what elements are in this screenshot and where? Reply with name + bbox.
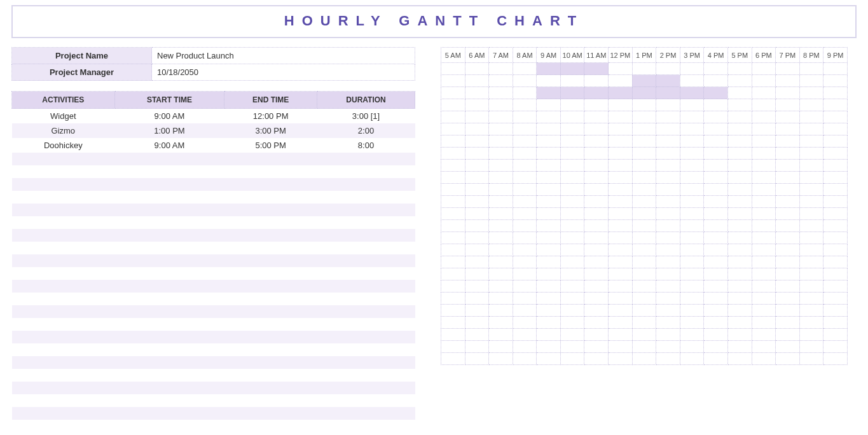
gantt-cell[interactable] <box>560 293 584 305</box>
gantt-cell[interactable] <box>704 280 728 293</box>
gantt-cell[interactable] <box>727 268 752 280</box>
gantt-cell[interactable] <box>560 99 584 111</box>
gantt-cell[interactable] <box>656 99 680 111</box>
gantt-cell[interactable] <box>513 63 537 75</box>
gantt-cell[interactable] <box>609 208 633 220</box>
gantt-cell[interactable] <box>632 244 656 256</box>
gantt-cell[interactable] <box>632 208 656 220</box>
gantt-cell[interactable] <box>584 293 609 305</box>
activity-cell-end[interactable] <box>224 191 317 204</box>
gantt-cell[interactable] <box>609 280 633 293</box>
gantt-cell[interactable] <box>823 293 848 305</box>
gantt-cell[interactable] <box>560 317 584 329</box>
gantt-cell[interactable] <box>727 208 752 220</box>
activity-cell-start[interactable]: 1:00 PM <box>114 123 224 138</box>
gantt-cell[interactable] <box>609 244 633 256</box>
gantt-cell[interactable] <box>680 111 704 123</box>
gantt-cell[interactable] <box>752 99 776 111</box>
gantt-cell[interactable] <box>632 317 656 329</box>
gantt-cell[interactable] <box>465 244 489 256</box>
gantt-cell[interactable] <box>537 280 561 293</box>
gantt-cell[interactable] <box>441 148 465 160</box>
gantt-cell[interactable] <box>727 256 752 268</box>
gantt-cell[interactable] <box>513 305 537 317</box>
gantt-cell[interactable] <box>656 353 680 365</box>
gantt-cell[interactable] <box>560 196 584 208</box>
activity-cell-name[interactable] <box>12 153 115 165</box>
gantt-cell[interactable] <box>513 172 537 184</box>
gantt-cell[interactable] <box>656 341 680 353</box>
gantt-cell[interactable] <box>680 208 704 220</box>
gantt-cell[interactable] <box>680 75 704 87</box>
activity-cell-duration[interactable] <box>317 229 415 242</box>
gantt-cell[interactable] <box>752 317 776 329</box>
gantt-cell[interactable] <box>489 148 513 160</box>
activity-cell-start[interactable] <box>114 204 224 216</box>
gantt-cell[interactable] <box>441 184 465 196</box>
gantt-cell[interactable] <box>513 244 537 256</box>
activity-cell-start[interactable] <box>114 191 224 204</box>
activity-cell-name[interactable] <box>12 242 115 254</box>
gantt-cell[interactable] <box>489 172 513 184</box>
gantt-cell[interactable] <box>776 232 800 244</box>
activity-cell-end[interactable] <box>224 318 317 331</box>
activity-cell-start[interactable] <box>114 356 224 369</box>
activity-cell-name[interactable] <box>12 407 115 420</box>
gantt-cell[interactable] <box>584 256 609 268</box>
gantt-cell[interactable] <box>465 172 489 184</box>
activity-cell-duration[interactable] <box>317 191 415 204</box>
gantt-cell[interactable] <box>609 196 633 208</box>
gantt-cell[interactable] <box>680 232 704 244</box>
activity-cell-start[interactable] <box>114 331 224 343</box>
activity-cell-duration[interactable] <box>317 204 415 216</box>
activity-cell-start[interactable] <box>114 267 224 280</box>
gantt-cell[interactable] <box>776 63 800 75</box>
activity-cell-duration[interactable] <box>317 420 415 432</box>
activity-cell-end[interactable] <box>224 369 317 382</box>
gantt-cell[interactable] <box>609 341 633 353</box>
activity-cell-duration[interactable] <box>317 242 415 254</box>
gantt-cell[interactable] <box>465 280 489 293</box>
gantt-cell[interactable] <box>465 341 489 353</box>
gantt-cell[interactable] <box>776 329 800 341</box>
gantt-cell[interactable] <box>441 329 465 341</box>
activity-cell-end[interactable] <box>224 254 317 267</box>
gantt-cell[interactable] <box>823 317 848 329</box>
gantt-cell[interactable] <box>799 293 823 305</box>
activity-cell-name[interactable] <box>12 318 115 331</box>
gantt-cell[interactable] <box>537 75 561 87</box>
gantt-cell[interactable] <box>560 184 584 196</box>
gantt-cell[interactable] <box>513 160 537 172</box>
gantt-cell[interactable] <box>489 341 513 353</box>
gantt-cell[interactable] <box>656 220 680 232</box>
gantt-cell[interactable] <box>776 160 800 172</box>
gantt-cell[interactable] <box>727 244 752 256</box>
gantt-cell[interactable] <box>609 353 633 365</box>
gantt-cell[interactable] <box>823 184 848 196</box>
activity-cell-duration[interactable] <box>317 267 415 280</box>
gantt-cell[interactable] <box>823 135 848 148</box>
gantt-cell[interactable] <box>513 208 537 220</box>
gantt-cell[interactable] <box>560 256 584 268</box>
gantt-cell[interactable] <box>704 148 728 160</box>
gantt-cell[interactable] <box>537 244 561 256</box>
gantt-cell[interactable] <box>727 280 752 293</box>
gantt-cell[interactable] <box>584 160 609 172</box>
gantt-cell[interactable] <box>680 305 704 317</box>
activity-cell-end[interactable] <box>224 293 317 305</box>
gantt-cell[interactable] <box>656 172 680 184</box>
gantt-cell[interactable] <box>752 268 776 280</box>
gantt-cell[interactable] <box>632 111 656 123</box>
gantt-cell[interactable] <box>776 268 800 280</box>
gantt-cell[interactable] <box>823 148 848 160</box>
activity-cell-name[interactable] <box>12 191 115 204</box>
gantt-cell[interactable] <box>632 172 656 184</box>
gantt-cell[interactable] <box>799 353 823 365</box>
activity-cell-duration[interactable] <box>317 216 415 229</box>
gantt-cell[interactable] <box>441 75 465 87</box>
gantt-cell[interactable] <box>632 75 656 87</box>
gantt-cell[interactable] <box>632 280 656 293</box>
gantt-cell[interactable] <box>584 148 609 160</box>
gantt-cell[interactable] <box>441 244 465 256</box>
gantt-cell[interactable] <box>584 280 609 293</box>
